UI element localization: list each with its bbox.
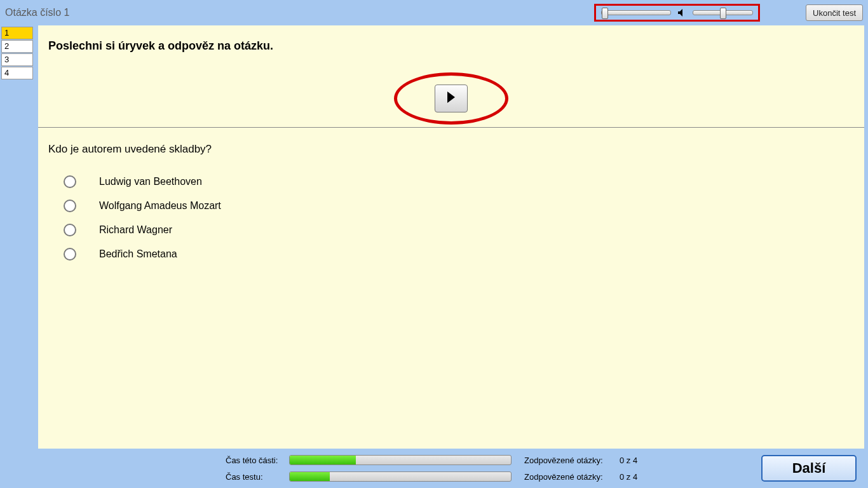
option-label-2: Wolfgang Amadeus Mozart [99,200,221,212]
section-divider [38,127,864,128]
play-button[interactable] [435,85,468,112]
option-row: Richard Wagner [48,218,854,242]
play-area [38,76,864,121]
option-row: Ludwig van Beethoven [48,170,854,194]
speaker-icon [677,8,686,17]
answered-test-value: 0 z 4 [620,472,658,482]
question-text: Kdo je autorem uvedené skladby? [48,143,854,156]
option-radio-4[interactable] [64,248,76,261]
play-icon [446,92,456,105]
question-nav-item-2[interactable]: 2 [1,40,33,53]
volume-slider[interactable] [693,10,753,15]
audio-progress-thumb[interactable] [602,8,608,19]
option-radio-3[interactable] [64,224,76,236]
part-time-progress [289,455,512,465]
option-row: Bedřich Smetana [48,242,854,266]
answered-test-label: Zodpovězené otázky: [518,472,620,482]
bottom-bar: Čas této části: Zodpovězené otázky: 0 z … [0,449,868,488]
question-nav-item-4[interactable]: 4 [1,67,33,79]
question-area: Kdo je autorem uvedené skladby? Ludwig v… [48,143,854,266]
test-time-progress [289,471,512,482]
question-nav-item-3[interactable]: 3 [1,53,33,66]
instruction-text: Poslechni si úryvek a odpověz na otázku. [38,25,864,53]
test-time-progress-fill [290,472,330,481]
volume-thumb[interactable] [720,8,726,19]
audio-controls-highlight [594,4,760,22]
top-bar: Otázka číslo 1 Ukončit test [0,0,868,25]
option-radio-1[interactable] [64,175,76,188]
question-number-title: Otázka číslo 1 [5,7,69,18]
test-time-label: Čas testu: [226,472,289,482]
end-test-button[interactable]: Ukončit test [806,4,863,21]
svg-marker-1 [447,92,455,103]
main-area: 1 2 3 4 Poslechni si úryvek a odpověz na… [0,25,868,449]
option-label-3: Richard Wagner [99,224,172,236]
answered-part-label: Zodpovězené otázky: [518,456,620,465]
option-row: Wolfgang Amadeus Mozart [48,194,854,218]
answered-part-value: 0 z 4 [620,456,658,465]
next-button[interactable]: Další [761,455,857,482]
svg-marker-0 [678,9,682,17]
status-block: Čas této části: Zodpovězené otázky: 0 z … [226,455,658,482]
audio-progress-slider[interactable] [601,10,671,15]
question-content: Poslechni si úryvek a odpověz na otázku.… [38,25,864,449]
question-nav-item-1[interactable]: 1 [1,27,33,39]
part-time-progress-fill [290,456,356,464]
question-nav-sidebar: 1 2 3 4 [0,25,38,449]
option-radio-2[interactable] [64,200,76,212]
option-label-4: Bedřich Smetana [99,248,177,260]
option-label-1: Ludwig van Beethoven [99,176,202,187]
part-time-label: Čas této části: [226,456,289,465]
